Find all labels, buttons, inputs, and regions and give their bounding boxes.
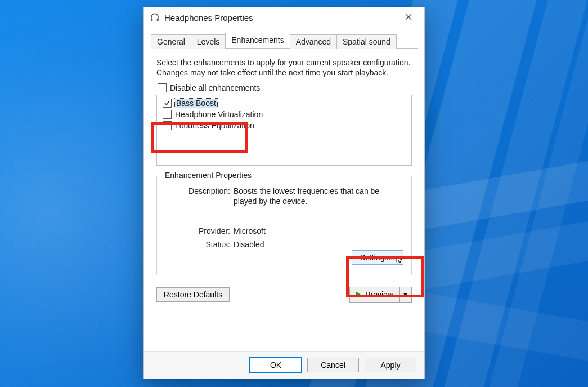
headphones-icon bbox=[150, 12, 160, 23]
headphones-properties-dialog: Headphones Properties General Levels Enh… bbox=[143, 7, 425, 379]
group-legend: Enhancement Properties bbox=[163, 171, 254, 180]
enhancements-list[interactable]: Bass Boost Headphone Virtualization Loud… bbox=[156, 95, 412, 166]
close-icon bbox=[405, 13, 412, 22]
enhancement-loudness-equalization[interactable]: Loudness Equalization bbox=[157, 120, 411, 131]
enhancement-label: Bass Boost bbox=[175, 99, 217, 108]
play-icon bbox=[356, 291, 361, 298]
dialog-buttonbar: OK Cancel Apply bbox=[144, 351, 424, 379]
tab-panel-enhancements: Select the enhancements to apply for you… bbox=[144, 49, 424, 351]
description-value: Boosts the lowest frequencies that can b… bbox=[234, 186, 397, 206]
tab-general[interactable]: General bbox=[151, 34, 191, 49]
description-label: Description: bbox=[179, 186, 230, 206]
intro-text: Select the enhancements to apply for you… bbox=[156, 58, 412, 78]
settings-button-label: Settings... bbox=[360, 253, 395, 262]
status-value: Disabled bbox=[234, 240, 264, 249]
chevron-down-icon: ▼ bbox=[402, 291, 409, 298]
status-label: Status: bbox=[179, 240, 230, 249]
disable-all-enhancements-checkbox[interactable]: Disable all enhancements bbox=[158, 83, 412, 92]
enhancement-headphone-virtualization[interactable]: Headphone Virtualization bbox=[157, 109, 411, 120]
svg-rect-1 bbox=[157, 19, 159, 21]
close-button[interactable] bbox=[396, 7, 421, 28]
enhancement-label: Headphone Virtualization bbox=[175, 110, 263, 119]
ok-button[interactable]: OK bbox=[250, 358, 302, 372]
preview-split-button[interactable]: Preview ▼ bbox=[349, 287, 412, 303]
tab-enhancements[interactable]: Enhancements bbox=[225, 33, 290, 48]
checkbox-icon bbox=[158, 83, 167, 92]
cursor-icon bbox=[396, 255, 404, 264]
svg-rect-0 bbox=[151, 19, 152, 21]
enhancement-label: Loudness Equalization bbox=[175, 121, 254, 130]
apply-button[interactable]: Apply bbox=[365, 358, 416, 372]
preview-label: Preview bbox=[365, 290, 393, 299]
preview-dropdown-button[interactable]: ▼ bbox=[400, 287, 412, 303]
titlebar[interactable]: Headphones Properties bbox=[144, 7, 424, 28]
enhancement-bass-boost[interactable]: Bass Boost bbox=[157, 97, 411, 109]
tab-advanced[interactable]: Advanced bbox=[290, 34, 337, 49]
disable-all-label: Disable all enhancements bbox=[170, 83, 260, 92]
dialog-title: Headphones Properties bbox=[164, 13, 396, 23]
settings-button[interactable]: Settings... bbox=[352, 250, 403, 265]
checkbox-icon bbox=[163, 110, 172, 119]
enhancement-properties-group: Enhancement Properties Description: Boos… bbox=[156, 176, 412, 275]
provider-label: Provider: bbox=[179, 226, 230, 235]
lower-button-row: Restore Defaults Preview ▼ bbox=[156, 287, 412, 303]
checkbox-icon bbox=[163, 121, 172, 130]
checkbox-icon bbox=[163, 99, 172, 108]
tab-spatial-sound[interactable]: Spatial sound bbox=[336, 34, 397, 49]
tab-levels[interactable]: Levels bbox=[191, 34, 226, 49]
cancel-button[interactable]: Cancel bbox=[307, 358, 359, 372]
preview-play-button[interactable]: Preview bbox=[349, 287, 400, 303]
tabstrip: General Levels Enhancements Advanced Spa… bbox=[151, 33, 418, 49]
restore-defaults-button[interactable]: Restore Defaults bbox=[156, 287, 230, 302]
provider-value: Microsoft bbox=[234, 226, 266, 235]
